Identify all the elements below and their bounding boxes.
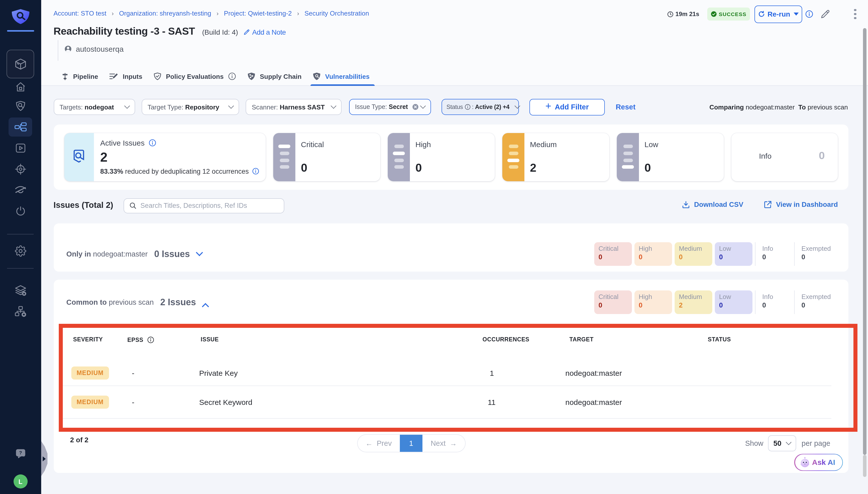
svg-text:?: ? xyxy=(19,450,22,455)
